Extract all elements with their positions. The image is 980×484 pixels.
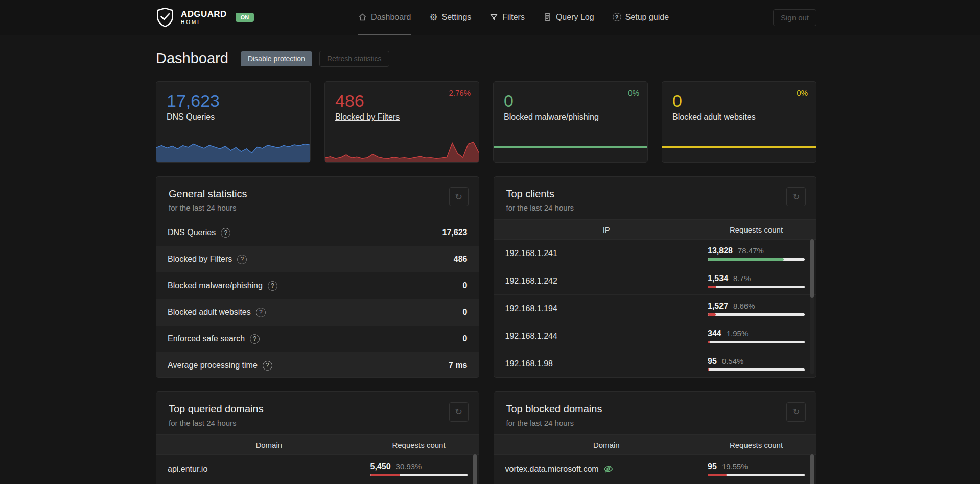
stat-value: 0 xyxy=(463,281,468,290)
progress-bar xyxy=(370,474,468,476)
client-ip[interactable]: 192.168.1.194 xyxy=(505,304,708,313)
nav-item-filters[interactable]: Filters xyxy=(489,0,525,35)
refresh-icon: ↻ xyxy=(455,192,462,202)
disable-protection-button[interactable]: Disable protection xyxy=(241,51,312,66)
table-row: 192.168.1.244 344 1.95% xyxy=(494,322,816,350)
queried-domain[interactable]: api.entur.io xyxy=(168,465,370,474)
nav-item-setup-guide[interactable]: ? Setup guide xyxy=(613,0,669,35)
table-row: 192.168.1.242 1,534 8.7% xyxy=(494,267,816,295)
card-title: Top clients xyxy=(506,188,804,200)
blocked-malware-flatline xyxy=(494,146,647,148)
blocked-adult-flatline xyxy=(662,146,816,148)
client-count: 95 xyxy=(708,357,717,366)
top-queried-domains-card: Top queried domains for the last 24 hour… xyxy=(156,391,479,484)
card-subtitle: for the last 24 hours xyxy=(169,203,466,212)
eye-off-icon xyxy=(603,465,613,473)
stat-value: 7 ms xyxy=(449,361,467,370)
stat-label: Blocked adult websites xyxy=(168,308,251,317)
stat-card-blocked-filters: 2.76% 486 Blocked by Filters xyxy=(324,81,479,163)
card-subtitle: for the last 24 hours xyxy=(506,419,804,427)
stat-value: 0 xyxy=(463,334,468,343)
sign-out-button[interactable]: Sign out xyxy=(773,9,816,26)
client-ip[interactable]: 192.168.1.244 xyxy=(505,332,708,341)
blocked-adult-label: Blocked adult websites xyxy=(672,112,756,122)
nav-item-dashboard[interactable]: Dashboard xyxy=(358,0,411,35)
client-percent: 8.66% xyxy=(733,302,755,310)
scrollbar-thumb[interactable] xyxy=(473,454,477,484)
client-ip[interactable]: 192.168.1.242 xyxy=(505,276,708,286)
nav-label: Dashboard xyxy=(371,13,411,22)
card-subtitle: for the last 24 hours xyxy=(506,203,804,212)
table-row: 192.168.1.194 1,527 8.66% xyxy=(494,295,816,322)
stat-label: Average processing time xyxy=(168,361,258,370)
column-ip: IP xyxy=(505,225,708,234)
help-icon: ? xyxy=(613,13,621,21)
main-nav: Dashboard ⚙ Settings Filters Query Log ? xyxy=(254,0,773,35)
scrollbar-thumb[interactable] xyxy=(810,239,814,298)
help-icon[interactable]: ? xyxy=(256,308,266,317)
nav-item-settings[interactable]: ⚙ Settings xyxy=(429,0,471,35)
card-title: General statistics xyxy=(169,188,466,200)
progress-bar xyxy=(708,258,805,261)
help-icon[interactable]: ? xyxy=(250,334,260,344)
stat-label: Blocked by Filters xyxy=(168,255,232,264)
stat-value: 17,623 xyxy=(442,228,468,237)
client-count: 1,534 xyxy=(708,274,728,283)
stat-value: 0 xyxy=(463,308,468,317)
help-icon[interactable]: ? xyxy=(268,281,277,291)
blocked-filters-link[interactable]: Blocked by Filters xyxy=(335,112,400,122)
home-icon xyxy=(358,13,367,21)
refresh-card-button[interactable]: ↻ xyxy=(449,402,469,422)
refresh-icon: ↻ xyxy=(455,407,462,417)
help-icon[interactable]: ? xyxy=(221,228,230,238)
scrollbar-thumb[interactable] xyxy=(810,454,814,484)
progress-bar xyxy=(708,368,805,371)
client-percent: 0.54% xyxy=(722,357,744,365)
nav-label: Filters xyxy=(502,13,525,22)
table-row: Average processing time? 7 ms xyxy=(156,352,479,378)
domain-percent: 30.93% xyxy=(396,462,422,471)
table-header: IP Requests count xyxy=(494,219,816,240)
client-ip[interactable]: 192.168.1.241 xyxy=(505,249,708,258)
blocked-adult-percent: 0% xyxy=(797,88,808,97)
column-requests-count: Requests count xyxy=(708,441,805,449)
blocked-domain[interactable]: vortex.data.microsoft.com xyxy=(505,465,708,474)
top-bar: ADGUARD HOME ON Dashboard ⚙ Settings Fil… xyxy=(0,0,980,35)
refresh-icon: ↻ xyxy=(792,192,800,202)
client-count: 1,527 xyxy=(708,302,728,311)
table-row: 192.168.1.98 95 0.54% xyxy=(494,350,816,378)
stat-label: DNS Queries xyxy=(168,228,216,237)
stat-label: Blocked malware/phishing xyxy=(168,281,263,290)
client-count: 13,828 xyxy=(708,246,733,256)
domain-count: 95 xyxy=(708,462,717,471)
nav-item-query-log[interactable]: Query Log xyxy=(543,0,594,35)
column-requests-count: Requests count xyxy=(370,441,468,449)
refresh-card-button[interactable]: ↻ xyxy=(449,187,469,206)
client-ip[interactable]: 192.168.1.98 xyxy=(505,359,708,368)
column-domain: Domain xyxy=(505,441,708,449)
top-blocked-table: vortex.data.microsoft.com 95 19.55% xyxy=(494,455,816,483)
help-icon[interactable]: ? xyxy=(263,361,272,371)
brand-logo[interactable]: ADGUARD HOME ON xyxy=(156,7,254,28)
nav-label: Setup guide xyxy=(625,13,669,22)
refresh-card-button[interactable]: ↻ xyxy=(786,402,806,422)
refresh-card-button[interactable]: ↻ xyxy=(786,187,806,206)
top-clients-table: 192.168.1.241 13,828 78.47% 192.168.1.24… xyxy=(494,240,816,378)
progress-bar xyxy=(708,313,805,316)
blocked-filters-percent: 2.76% xyxy=(449,88,471,97)
progress-bar xyxy=(708,341,805,343)
brand-sub: HOME xyxy=(181,19,227,25)
table-row: Blocked by Filters? 486 xyxy=(156,246,479,272)
domain-count: 5,450 xyxy=(370,462,391,471)
top-queried-table: api.entur.io 5,450 30.93% xyxy=(156,455,479,483)
column-requests-count: Requests count xyxy=(708,225,805,234)
help-icon[interactable]: ? xyxy=(237,255,247,264)
refresh-statistics-button[interactable]: Refresh statistics xyxy=(319,51,389,67)
blocked-filters-sparkline xyxy=(325,132,479,162)
nav-label: Query Log xyxy=(556,13,594,22)
domain-percent: 19.55% xyxy=(722,462,748,471)
stat-cards: 17,623 DNS Queries 2.76% 486 Blocked by … xyxy=(156,81,816,163)
gear-icon: ⚙ xyxy=(429,13,437,22)
stat-card-blocked-malware: 0% 0 Blocked malware/phishing xyxy=(493,81,648,163)
client-percent: 1.95% xyxy=(727,329,749,338)
